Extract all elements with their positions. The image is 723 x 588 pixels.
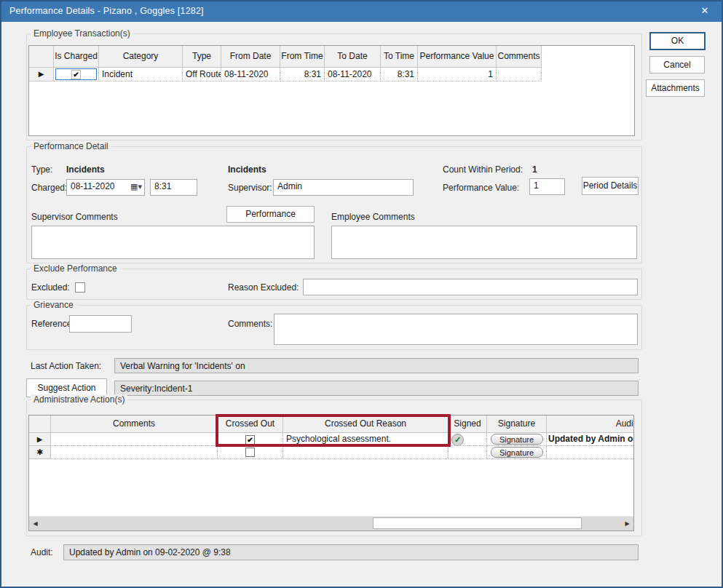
employee-transactions-grid: Is Charged Category Type From Date From … bbox=[28, 45, 635, 136]
scrollbar-thumb[interactable] bbox=[373, 517, 582, 529]
comments-cell[interactable] bbox=[497, 68, 542, 82]
admin-row2-signature-cell: Signature bbox=[487, 446, 547, 459]
supervisor-field[interactable]: Admin bbox=[273, 179, 414, 196]
admin-row1-signed-cell[interactable]: ✓ bbox=[449, 433, 487, 446]
employee-header-is-charged[interactable]: Is Charged bbox=[54, 46, 99, 68]
admin-action-new-row: ✱ Signature bbox=[29, 446, 634, 459]
admin-row1-crossed-out-cell[interactable]: ✔ bbox=[218, 433, 283, 446]
employee-header-from-time[interactable]: From Time bbox=[280, 46, 325, 68]
last-action-taken-label: Last Action Taken: bbox=[31, 361, 101, 371]
crossed-out-checkbox-row2[interactable] bbox=[245, 448, 255, 457]
excluded-label: Excluded: bbox=[31, 282, 70, 293]
employee-header-to-time[interactable]: To Time bbox=[381, 46, 418, 68]
admin-header-selector[interactable] bbox=[29, 416, 51, 433]
is-charged-cell[interactable]: ✔ bbox=[54, 68, 99, 82]
employee-header-category[interactable]: Category bbox=[99, 46, 183, 68]
type-label: Type: bbox=[31, 164, 52, 175]
admin-row1-crossed-out-reason-cell[interactable]: Psychological assessment. bbox=[283, 433, 449, 446]
signature-button-row1[interactable]: Signature bbox=[491, 434, 543, 445]
performance-value-cell[interactable]: 1 bbox=[418, 68, 497, 82]
category-cell[interactable]: Incident bbox=[99, 68, 183, 82]
admin-header-signed[interactable]: Signed bbox=[449, 416, 487, 433]
charged-date-value: 08-11-2020 bbox=[71, 181, 115, 191]
type-value: Incidents bbox=[66, 164, 105, 175]
reason-excluded-field[interactable] bbox=[303, 279, 638, 295]
ok-button[interactable]: OK bbox=[649, 32, 706, 50]
admin-row2-crossed-out-cell[interactable] bbox=[218, 446, 283, 459]
exclude-performance-group: Exclude Performance Excluded: Reason Exc… bbox=[26, 269, 642, 300]
admin-row1-comments-cell[interactable] bbox=[51, 433, 218, 446]
performance-detail-group: Performance Detail Type: Incidents Incid… bbox=[26, 146, 642, 263]
admin-grid-header: Comments Crossed Out Crossed Out Reason … bbox=[29, 416, 634, 433]
crossed-out-checkbox-row1[interactable]: ✔ bbox=[245, 435, 255, 445]
close-icon[interactable]: ✕ bbox=[694, 3, 716, 19]
new-row-asterisk[interactable]: ✱ bbox=[29, 446, 51, 459]
admin-header-crossed-out-reason[interactable]: Crossed Out Reason bbox=[283, 416, 449, 433]
attachments-button[interactable]: Attachments bbox=[646, 79, 705, 97]
employee-transactions-group: Employee Transaction(s) Is Charged Categ… bbox=[26, 33, 642, 140]
scroll-right-icon[interactable]: ▶ bbox=[621, 517, 633, 531]
admin-row1-audit-cell[interactable]: Updated by Admin on 0 bbox=[547, 433, 634, 446]
calendar-icon[interactable]: ▦▾ bbox=[130, 182, 142, 191]
admin-row2-audit-cell[interactable] bbox=[547, 446, 634, 459]
dialog-title: Performance Details - Pizano , Goggles [… bbox=[9, 6, 204, 16]
admin-header-signature[interactable]: Signature bbox=[487, 416, 547, 433]
employee-header-to-date[interactable]: To Date bbox=[325, 46, 381, 68]
admin-header-audit[interactable]: Audit bbox=[547, 416, 634, 433]
administrative-actions-group-label: Administrative Action(s) bbox=[31, 394, 127, 405]
administrative-actions-group: Administrative Action(s) Comments Crosse… bbox=[26, 400, 642, 536]
row-selector-arrow[interactable]: ▶ bbox=[29, 68, 54, 82]
admin-header-crossed-out[interactable]: Crossed Out bbox=[218, 416, 283, 433]
performance-value-field[interactable]: 1 bbox=[529, 178, 565, 195]
severity-field: Severity:Incident-1 bbox=[114, 381, 639, 396]
employee-comments-textarea[interactable] bbox=[331, 226, 637, 259]
from-date-cell[interactable]: 08-11-2020 bbox=[221, 68, 280, 82]
from-time-cell[interactable]: 8:31 bbox=[280, 68, 325, 82]
employee-grid-header: Is Charged Category Type From Date From … bbox=[29, 46, 542, 68]
employee-transaction-row: ▶ ✔ Incident Off Route 08-11-2020 8:31 0… bbox=[29, 68, 542, 82]
admin-row2-crossed-out-reason-cell[interactable] bbox=[283, 446, 449, 459]
supervisor-label: Supervisor: bbox=[228, 183, 272, 193]
reference-field[interactable] bbox=[69, 315, 132, 333]
is-charged-checkbox[interactable]: ✔ bbox=[71, 70, 81, 79]
employee-header-type[interactable]: Type bbox=[183, 46, 221, 68]
employee-header-from-date[interactable]: From Date bbox=[221, 46, 280, 68]
charged-label: Charged: bbox=[31, 183, 67, 193]
performance-details-dialog: Performance Details - Pizano , Goggles [… bbox=[0, 0, 723, 588]
admin-row2-comments-cell[interactable] bbox=[51, 446, 218, 459]
reference-label: Reference: bbox=[31, 319, 74, 329]
admin-action-row-1: ▶ ✔ Psychological assessment. ✓ Signatur… bbox=[29, 433, 634, 446]
grievance-group-label: Grievance bbox=[31, 300, 76, 310]
admin-header-comments[interactable]: Comments bbox=[51, 416, 218, 433]
cancel-button[interactable]: Cancel bbox=[649, 56, 705, 74]
exclude-performance-group-label: Exclude Performance bbox=[31, 263, 120, 274]
supervisor-comments-label: Supervisor Comments bbox=[31, 212, 118, 222]
count-within-period-label: Count Within Period: bbox=[443, 164, 523, 175]
charged-time-field[interactable]: 8:31 bbox=[150, 179, 197, 196]
administrative-actions-grid: Comments Crossed Out Crossed Out Reason … bbox=[28, 415, 634, 531]
is-charged-focus-frame: ✔ bbox=[55, 68, 97, 80]
grievance-comments-textarea[interactable] bbox=[274, 314, 638, 345]
employee-header-selector[interactable] bbox=[29, 46, 54, 68]
scroll-left-icon[interactable]: ◀ bbox=[29, 517, 42, 531]
signed-check-icon: ✓ bbox=[451, 434, 464, 446]
audit-field: Updated by Admin on 09-02-2020 @ 9:38 bbox=[63, 544, 639, 560]
charged-date-field[interactable]: 08-11-2020 ▦▾ bbox=[66, 179, 145, 196]
type-cell[interactable]: Off Route bbox=[183, 68, 221, 82]
signature-button-row2[interactable]: Signature bbox=[491, 447, 543, 458]
period-details-button[interactable]: Period Details bbox=[582, 177, 639, 195]
employee-transactions-group-label: Employee Transaction(s) bbox=[31, 28, 133, 39]
title-bar: Performance Details - Pizano , Goggles [… bbox=[0, 0, 723, 22]
admin-row1-selector-arrow[interactable]: ▶ bbox=[29, 433, 51, 446]
supervisor-comments-textarea[interactable] bbox=[31, 226, 315, 259]
performance-detail-group-label: Performance Detail bbox=[31, 141, 111, 151]
performance-summary-button[interactable]: Performance Summary bbox=[226, 206, 315, 223]
employee-header-comments[interactable]: Comments bbox=[497, 46, 542, 68]
admin-grid-hscrollbar[interactable]: ◀ ▶ bbox=[29, 516, 633, 531]
employee-header-performance-value[interactable]: Performance Value bbox=[418, 46, 497, 68]
to-date-cell[interactable]: 08-11-2020 bbox=[325, 68, 381, 82]
admin-row2-signed-cell[interactable] bbox=[449, 446, 487, 459]
excluded-checkbox[interactable] bbox=[75, 282, 85, 293]
to-time-cell[interactable]: 8:31 bbox=[381, 68, 418, 82]
reason-excluded-label: Reason Excluded: bbox=[228, 282, 299, 293]
